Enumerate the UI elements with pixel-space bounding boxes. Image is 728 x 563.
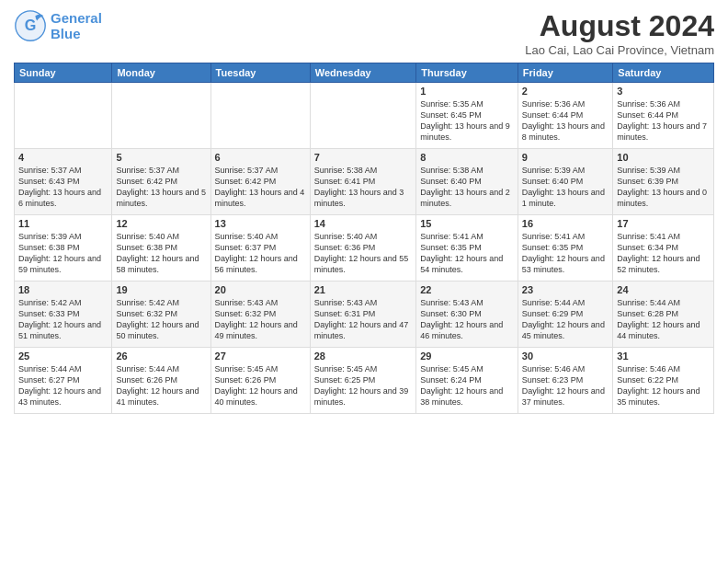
table-row: 3 Sunrise: 5:36 AMSunset: 6:44 PMDayligh… [613, 83, 714, 149]
day-info: Sunrise: 5:42 AMSunset: 6:33 PMDaylight:… [18, 297, 108, 342]
table-row: 27 Sunrise: 5:45 AMSunset: 6:26 PMDaylig… [210, 348, 310, 414]
table-row: 16 Sunrise: 5:41 AMSunset: 6:35 PMDaylig… [518, 215, 613, 282]
logo-icon: G [14, 9, 47, 42]
table-row: 25 Sunrise: 5:44 AMSunset: 6:27 PMDaylig… [15, 348, 112, 414]
calendar-week-row: 4 Sunrise: 5:37 AMSunset: 6:43 PMDayligh… [15, 149, 714, 215]
day-number: 15 [420, 218, 514, 229]
day-number: 31 [617, 350, 710, 362]
day-info: Sunrise: 5:38 AMSunset: 6:41 PMDaylight:… [314, 165, 412, 210]
day-info: Sunrise: 5:43 AMSunset: 6:32 PMDaylight:… [215, 297, 306, 342]
day-number: 4 [18, 152, 108, 163]
day-info: Sunrise: 5:37 AMSunset: 6:42 PMDaylight:… [215, 165, 306, 210]
day-number: 23 [522, 284, 609, 295]
day-info: Sunrise: 5:42 AMSunset: 6:32 PMDaylight:… [116, 297, 206, 342]
calendar-week-row: 11 Sunrise: 5:39 AMSunset: 6:38 PMDaylig… [15, 215, 714, 282]
header-thursday: Thursday [416, 63, 518, 83]
day-number: 5 [116, 152, 206, 163]
calendar-table: Sunday Monday Tuesday Wednesday Thursday… [14, 63, 714, 414]
calendar-week-row: 1 Sunrise: 5:35 AMSunset: 6:45 PMDayligh… [15, 83, 714, 149]
day-info: Sunrise: 5:36 AMSunset: 6:44 PMDaylight:… [522, 98, 609, 144]
day-info: Sunrise: 5:41 AMSunset: 6:35 PMDaylight:… [522, 231, 609, 276]
day-info: Sunrise: 5:43 AMSunset: 6:30 PMDaylight:… [420, 297, 514, 342]
table-row: 4 Sunrise: 5:37 AMSunset: 6:43 PMDayligh… [15, 149, 112, 215]
day-number: 19 [116, 284, 206, 295]
table-row: 31 Sunrise: 5:46 AMSunset: 6:22 PMDaylig… [613, 348, 714, 414]
day-info: Sunrise: 5:44 AMSunset: 6:26 PMDaylight:… [116, 363, 206, 408]
day-info: Sunrise: 5:44 AMSunset: 6:29 PMDaylight:… [522, 297, 609, 342]
weekday-header-row: Sunday Monday Tuesday Wednesday Thursday… [15, 63, 714, 83]
day-info: Sunrise: 5:41 AMSunset: 6:35 PMDaylight:… [420, 231, 514, 276]
table-row: 15 Sunrise: 5:41 AMSunset: 6:35 PMDaylig… [416, 215, 518, 282]
day-number: 20 [215, 284, 306, 295]
header-sunday: Sunday [15, 63, 112, 83]
day-info: Sunrise: 5:39 AMSunset: 6:39 PMDaylight:… [617, 165, 710, 210]
header-wednesday: Wednesday [310, 63, 415, 83]
table-row: 17 Sunrise: 5:41 AMSunset: 6:34 PMDaylig… [613, 215, 714, 282]
table-row: 14 Sunrise: 5:40 AMSunset: 6:36 PMDaylig… [310, 215, 415, 282]
day-info: Sunrise: 5:44 AMSunset: 6:27 PMDaylight:… [18, 363, 108, 408]
day-info: Sunrise: 5:35 AMSunset: 6:45 PMDaylight:… [420, 98, 514, 144]
table-row: 24 Sunrise: 5:44 AMSunset: 6:28 PMDaylig… [613, 282, 714, 348]
table-row: 2 Sunrise: 5:36 AMSunset: 6:44 PMDayligh… [518, 83, 613, 149]
day-number: 2 [522, 86, 609, 97]
table-row: 13 Sunrise: 5:40 AMSunset: 6:37 PMDaylig… [210, 215, 310, 282]
table-row: 22 Sunrise: 5:43 AMSunset: 6:30 PMDaylig… [416, 282, 518, 348]
table-row: 12 Sunrise: 5:40 AMSunset: 6:38 PMDaylig… [112, 215, 210, 282]
day-number: 9 [522, 152, 609, 163]
header: G GeneralBlue August 2024 Lao Cai, Lao C… [14, 9, 714, 57]
table-row: 6 Sunrise: 5:37 AMSunset: 6:42 PMDayligh… [210, 149, 310, 215]
table-row: 11 Sunrise: 5:39 AMSunset: 6:38 PMDaylig… [15, 215, 112, 282]
day-number: 17 [617, 218, 710, 229]
day-info: Sunrise: 5:44 AMSunset: 6:28 PMDaylight:… [617, 297, 710, 342]
day-info: Sunrise: 5:36 AMSunset: 6:44 PMDaylight:… [617, 98, 710, 144]
table-row: 7 Sunrise: 5:38 AMSunset: 6:41 PMDayligh… [310, 149, 415, 215]
table-row: 30 Sunrise: 5:46 AMSunset: 6:23 PMDaylig… [518, 348, 613, 414]
day-info: Sunrise: 5:46 AMSunset: 6:23 PMDaylight:… [522, 363, 609, 408]
table-row: 29 Sunrise: 5:45 AMSunset: 6:24 PMDaylig… [416, 348, 518, 414]
day-number: 27 [215, 350, 306, 362]
location: Lao Cai, Lao Cai Province, Vietnam [525, 43, 714, 57]
day-number: 10 [617, 152, 710, 163]
table-row [310, 83, 415, 149]
logo: G GeneralBlue [14, 9, 102, 42]
calendar-page: G GeneralBlue August 2024 Lao Cai, Lao C… [0, 0, 728, 563]
day-number: 7 [314, 152, 412, 163]
day-number: 24 [617, 284, 710, 295]
header-saturday: Saturday [613, 63, 714, 83]
table-row: 28 Sunrise: 5:45 AMSunset: 6:25 PMDaylig… [310, 348, 415, 414]
header-friday: Friday [518, 63, 613, 83]
table-row [112, 83, 210, 149]
day-number: 11 [18, 218, 108, 229]
day-info: Sunrise: 5:40 AMSunset: 6:37 PMDaylight:… [215, 231, 306, 276]
day-info: Sunrise: 5:39 AMSunset: 6:38 PMDaylight:… [18, 231, 108, 276]
day-number: 3 [617, 86, 710, 97]
day-number: 22 [420, 284, 514, 295]
table-row: 18 Sunrise: 5:42 AMSunset: 6:33 PMDaylig… [15, 282, 112, 348]
header-monday: Monday [112, 63, 210, 83]
table-row: 19 Sunrise: 5:42 AMSunset: 6:32 PMDaylig… [112, 282, 210, 348]
day-number: 18 [18, 284, 108, 295]
table-row: 26 Sunrise: 5:44 AMSunset: 6:26 PMDaylig… [112, 348, 210, 414]
day-info: Sunrise: 5:45 AMSunset: 6:24 PMDaylight:… [420, 363, 514, 408]
day-info: Sunrise: 5:37 AMSunset: 6:43 PMDaylight:… [18, 165, 108, 210]
day-info: Sunrise: 5:46 AMSunset: 6:22 PMDaylight:… [617, 363, 710, 408]
table-row: 21 Sunrise: 5:43 AMSunset: 6:31 PMDaylig… [310, 282, 415, 348]
day-number: 13 [215, 218, 306, 229]
day-info: Sunrise: 5:43 AMSunset: 6:31 PMDaylight:… [314, 297, 412, 342]
day-number: 1 [420, 86, 514, 97]
day-number: 21 [314, 284, 412, 295]
table-row: 10 Sunrise: 5:39 AMSunset: 6:39 PMDaylig… [613, 149, 714, 215]
table-row: 8 Sunrise: 5:38 AMSunset: 6:40 PMDayligh… [416, 149, 518, 215]
day-number: 26 [116, 350, 206, 362]
day-number: 29 [420, 350, 514, 362]
table-row [210, 83, 310, 149]
day-info: Sunrise: 5:45 AMSunset: 6:26 PMDaylight:… [215, 363, 306, 408]
day-number: 14 [314, 218, 412, 229]
table-row [15, 83, 112, 149]
table-row: 1 Sunrise: 5:35 AMSunset: 6:45 PMDayligh… [416, 83, 518, 149]
day-info: Sunrise: 5:40 AMSunset: 6:36 PMDaylight:… [314, 231, 412, 276]
table-row: 23 Sunrise: 5:44 AMSunset: 6:29 PMDaylig… [518, 282, 613, 348]
day-number: 30 [522, 350, 609, 362]
header-tuesday: Tuesday [210, 63, 310, 83]
svg-text:G: G [25, 17, 37, 33]
